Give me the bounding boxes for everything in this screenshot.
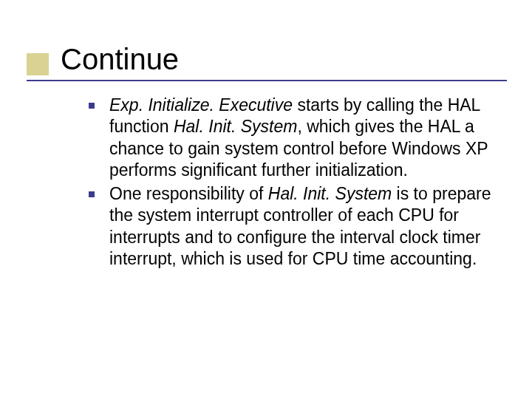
- square-bullet-icon: [89, 191, 95, 197]
- title-accent-box: [27, 53, 49, 75]
- square-bullet-icon: [89, 103, 95, 109]
- title-underline: [27, 80, 507, 81]
- slide: Continue Exp. Initialize. Executive star…: [0, 0, 532, 399]
- bullet-text-1: One responsibility of Hal. Init. System …: [109, 183, 502, 270]
- bullet-text-0: Exp. Initialize. Executive starts by cal…: [109, 95, 502, 182]
- slide-title: Continue: [61, 43, 179, 75]
- bullet-item-0: Exp. Initialize. Executive starts by cal…: [89, 95, 502, 182]
- slide-body: Exp. Initialize. Executive starts by cal…: [89, 95, 502, 272]
- title-block: Continue: [27, 43, 179, 75]
- bullet-item-1: One responsibility of Hal. Init. System …: [89, 183, 502, 270]
